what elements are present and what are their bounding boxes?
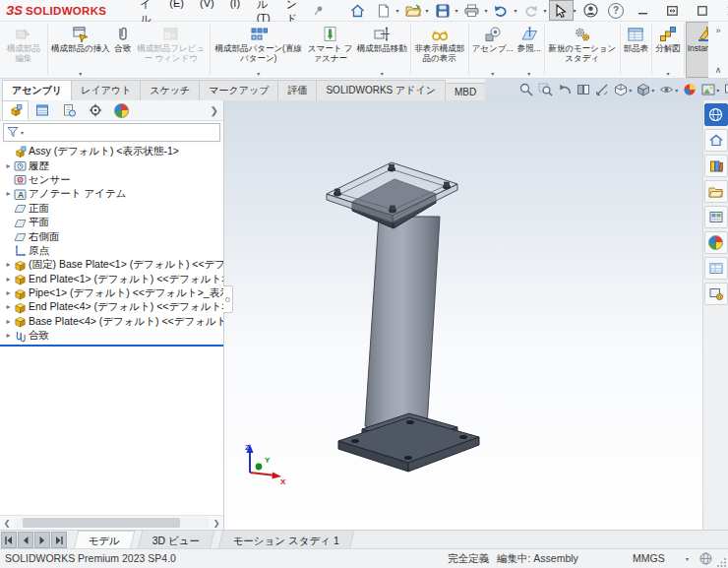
propertymanager-tab[interactable] <box>29 100 55 120</box>
previous-tab-button[interactable] <box>18 532 33 548</box>
tree-item-pipe-1[interactable]: Pipe<1> (デフォルト) <<デフォルト>_表示状態 1> <box>0 286 223 300</box>
menu-pin-icon[interactable] <box>313 5 324 16</box>
hide-show-items-icon[interactable]: ▾ <box>658 81 679 98</box>
scrollbar-thumb[interactable] <box>23 518 180 528</box>
print-dropdown[interactable]: ▾ <box>484 7 487 14</box>
show-hidden-components-button[interactable]: 非表示構成部品の表示 <box>412 22 467 78</box>
reference-geometry-button[interactable]: 参照... <box>516 22 543 78</box>
tab-layout[interactable]: レイアウト <box>71 80 141 100</box>
last-tab-button[interactable] <box>51 532 67 548</box>
bill-of-materials-button[interactable]: 部品表 <box>622 22 651 78</box>
zoom-to-area-icon[interactable] <box>537 81 554 98</box>
tree-item-assembly-root[interactable]: Assy (デフォルト) <表示状態-1> <box>0 145 223 158</box>
tab-sketch[interactable]: スケッチ <box>140 80 200 100</box>
base-plate-component[interactable] <box>338 413 479 472</box>
first-tab-button[interactable] <box>1 532 17 548</box>
scroll-right-arrow[interactable]: ❯ <box>210 519 223 528</box>
edit-appearance-icon[interactable] <box>682 81 698 98</box>
new-motion-study-button[interactable]: 新規のモーション スタディ <box>546 22 619 78</box>
view-palette-icon[interactable] <box>704 206 728 228</box>
tree-filter-input[interactable]: ▾ <box>3 123 220 142</box>
collapse-ribbon-button[interactable]: ∧ <box>715 65 722 75</box>
next-tab-button[interactable] <box>34 532 50 548</box>
status-globe-icon[interactable] <box>699 552 712 565</box>
tree-item-end-plate-1[interactable]: End Plate<1> (デフォルト) <<デフォルト>_表示状態 <box>0 273 223 286</box>
tree-item-origin[interactable]: 原点 <box>0 244 223 258</box>
select-tool-dropdown[interactable]: ▾ <box>574 7 576 14</box>
tab-model[interactable]: モデル <box>74 531 136 549</box>
edit-component-button[interactable]: 構成部品編集 <box>1 22 46 78</box>
units-dropdown-caret[interactable]: ▾ <box>686 555 689 562</box>
tab-motion-study-1[interactable]: モーション スタディ 1 <box>217 531 354 549</box>
move-component-button[interactable]: 構成部品移動 <box>355 22 409 78</box>
zoom-to-fit-icon[interactable] <box>518 81 534 98</box>
linear-component-pattern-button[interactable]: 構成部品パターン(直線パターン) <box>212 22 306 78</box>
redo-button[interactable] <box>518 0 543 21</box>
design-library-icon[interactable] <box>704 155 728 177</box>
display-style-icon[interactable]: ▾ <box>636 81 655 98</box>
tree-item-history[interactable]: 履歴 <box>0 158 223 172</box>
redo-dropdown[interactable]: ▾ <box>543 7 546 14</box>
tab-solidworks-add-ins[interactable]: SOLIDWORKS アドイン <box>316 80 446 100</box>
panel-horizontal-scrollbar[interactable]: ❮ ❯ <box>0 515 223 530</box>
expand-arrow[interactable] <box>3 329 14 343</box>
expand-panel-chevron[interactable]: ❯ <box>211 100 223 120</box>
select-tool-button[interactable] <box>549 0 574 21</box>
minimize-button[interactable] <box>629 0 658 21</box>
insert-components-button[interactable]: 構成部品の挿入 <box>49 22 112 78</box>
exploded-view-button[interactable]: 分解図 <box>653 22 683 78</box>
undo-button[interactable] <box>489 0 514 21</box>
user-account-icon[interactable] <box>578 0 603 21</box>
file-explorer-icon[interactable] <box>704 180 728 203</box>
undo-dropdown[interactable]: ▾ <box>514 7 516 14</box>
view-settings-icon[interactable]: ▾ <box>723 81 728 98</box>
component-preview-window-button[interactable]: 構成部品プレビュー ウィンドウ <box>134 22 209 78</box>
rollback-bar[interactable] <box>0 345 223 347</box>
tree-item-top-plane[interactable]: 平面 <box>0 216 223 229</box>
top-plate-transparent-component[interactable] <box>327 162 457 222</box>
tab-3d-views[interactable]: 3D ビュー <box>138 531 215 549</box>
new-document-button[interactable] <box>371 0 395 21</box>
maximize-button[interactable] <box>688 0 717 21</box>
expand-arrow[interactable] <box>3 159 14 173</box>
save-dropdown[interactable]: ▾ <box>455 7 457 14</box>
displaymanager-tab[interactable] <box>108 100 135 120</box>
home-button[interactable] <box>345 0 370 21</box>
scroll-left-arrow[interactable]: ❮ <box>0 519 14 528</box>
home-icon[interactable] <box>704 129 728 152</box>
restore-button[interactable] <box>658 0 688 21</box>
tree-item-end-plate-4[interactable]: End Plate<4> (デフォルト) <<デフォルト>_表示状態 <box>0 300 223 314</box>
graphics-viewport[interactable]: Z Y X <box>224 100 702 530</box>
expand-arrow[interactable] <box>3 187 14 201</box>
tree-item-front-plane[interactable]: 正面 <box>0 202 223 216</box>
pipe-component[interactable] <box>365 217 440 432</box>
print-button[interactable] <box>459 0 484 21</box>
configurationmanager-tab[interactable] <box>55 100 82 120</box>
assembly-model[interactable] <box>224 100 702 530</box>
measure-icon[interactable] <box>594 81 610 98</box>
previous-view-icon[interactable] <box>557 81 573 98</box>
toolbar-overflow-button[interactable]: » <box>715 26 720 35</box>
open-dropdown[interactable]: ▾ <box>425 7 428 14</box>
tree-item-sensors[interactable]: センサー <box>0 173 223 187</box>
tree-item-right-plane[interactable]: 右側面 <box>0 229 223 243</box>
tab-markup[interactable]: マークアップ <box>199 80 278 100</box>
tree-item-mates[interactable]: 合致 <box>0 329 223 343</box>
smart-fasteners-button[interactable]: スマート ファスナー <box>306 22 355 78</box>
custom-properties-icon[interactable] <box>704 257 728 280</box>
expand-arrow[interactable] <box>3 315 14 329</box>
view-orientation-icon[interactable]: ▾ <box>613 81 633 98</box>
resize-grip[interactable] <box>716 557 727 568</box>
units-selector[interactable]: MMGS <box>633 552 665 564</box>
new-document-dropdown[interactable]: ▾ <box>395 7 398 14</box>
apply-scene-icon[interactable]: ▾ <box>700 81 720 98</box>
expand-arrow[interactable] <box>3 300 14 314</box>
tab-assembly[interactable]: アセンブリ <box>2 80 72 100</box>
tree-item-base-plate-1[interactable]: (固定) Base Plate<1> (デフォルト) <<デフォルト>_表示状態 <box>0 258 223 272</box>
solidworks-resources-icon[interactable] <box>704 103 728 126</box>
tree-item-annotations[interactable]: A アノテート アイテム <box>0 187 223 201</box>
display-pane-expand-handle[interactable] <box>223 285 233 313</box>
featuremanager-tree-tab[interactable] <box>2 100 29 120</box>
expand-arrow[interactable] <box>3 286 14 300</box>
appearances-scenes-icon[interactable] <box>704 231 728 254</box>
